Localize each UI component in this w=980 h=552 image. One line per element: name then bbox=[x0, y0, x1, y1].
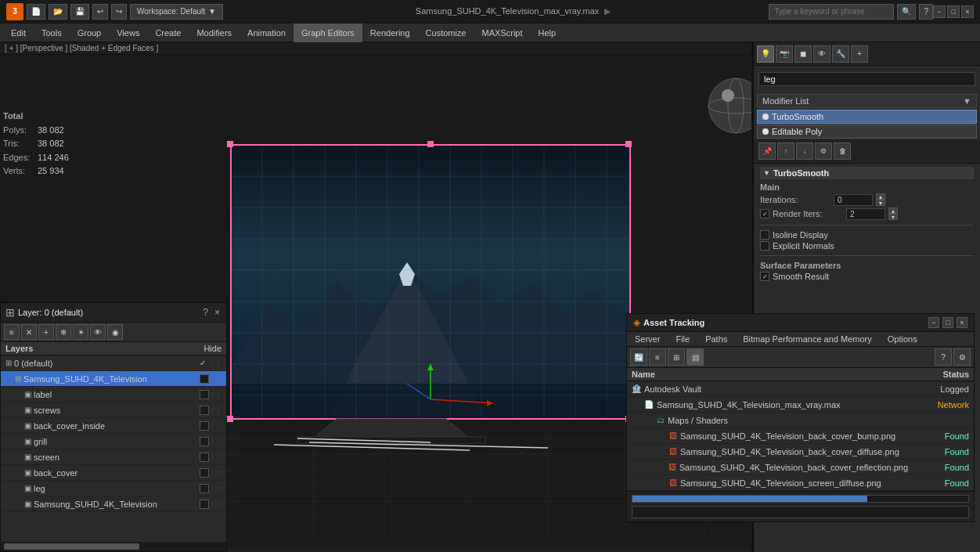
menu-views[interactable]: Views bbox=[109, 23, 147, 42]
iterations-spinner[interactable]: ▲ ▼ bbox=[876, 193, 885, 206]
layer-checkbox-grill[interactable] bbox=[200, 437, 209, 446]
modifier-editable-poly[interactable]: Editable Poly bbox=[757, 124, 977, 139]
layer-item[interactable]: ⊞ 0 (default) ✓ ⋮⋮ bbox=[1, 355, 226, 371]
menu-group[interactable]: Group bbox=[70, 23, 110, 42]
rp-icon-display[interactable]: 👁 bbox=[813, 45, 830, 63]
rp-icon-object[interactable]: ◼ bbox=[794, 45, 812, 63]
menu-maxscript[interactable]: MAXScript bbox=[474, 23, 531, 42]
explicit-checkbox[interactable] bbox=[760, 241, 769, 251]
menu-graph-editors[interactable]: Graph Editors bbox=[294, 23, 362, 42]
menu-help[interactable]: Help bbox=[531, 23, 564, 42]
rp-icon-light[interactable]: 💡 bbox=[757, 45, 774, 63]
layer-item-back-cover-inside[interactable]: ▣ back_cover_inside ⋮⋮ bbox=[1, 418, 226, 434]
asset-menu-server[interactable]: Server bbox=[627, 332, 668, 346]
tb-btn-new[interactable]: 📄 bbox=[27, 4, 45, 20]
iterations-input[interactable] bbox=[834, 194, 873, 206]
layer-checkbox-label[interactable] bbox=[200, 390, 209, 399]
object-name-field[interactable] bbox=[758, 72, 975, 86]
menu-animation[interactable]: Animation bbox=[240, 23, 294, 42]
layer-item-screws[interactable]: ▣ screws ⋮⋮ bbox=[1, 402, 226, 418]
render-iters-spinner[interactable]: ▲ ▼ bbox=[888, 207, 898, 220]
tb-btn-undo[interactable]: ↩ bbox=[92, 4, 108, 20]
at-btn-refresh[interactable]: 🔄 bbox=[630, 348, 647, 366]
layer-checkbox-screws[interactable] bbox=[200, 406, 209, 415]
layer-checkbox-screen[interactable] bbox=[200, 453, 209, 462]
lt-btn-delete[interactable]: ✕ bbox=[21, 324, 37, 340]
asset-item-diffuse[interactable]: 🖼 Samsung_SUHD_4K_Television_back_cover_… bbox=[627, 444, 974, 460]
render-iters-input[interactable] bbox=[846, 208, 885, 220]
smooth-checkbox[interactable]: ✓ bbox=[760, 272, 769, 281]
layer-item-grill[interactable]: ▣ grill ⋮⋮ bbox=[1, 434, 226, 449]
ts-collapse-btn[interactable]: ▼ TurboSmooth bbox=[760, 167, 974, 179]
search-input[interactable] bbox=[769, 4, 894, 20]
render-iters-checkbox[interactable]: ✓ bbox=[760, 209, 769, 218]
layer-checkbox[interactable] bbox=[200, 374, 209, 384]
pin-button[interactable]: 📌 bbox=[758, 143, 776, 160]
move-down-button[interactable]: ↓ bbox=[796, 143, 813, 160]
menu-modifiers[interactable]: Modifiers bbox=[189, 23, 240, 42]
layer-item-label[interactable]: ▣ label ⋮⋮ bbox=[1, 387, 226, 402]
layer-checkbox-leg[interactable] bbox=[200, 484, 209, 493]
layer-checkbox-samsung-child[interactable] bbox=[200, 500, 209, 509]
tb-btn-save[interactable]: 💾 bbox=[70, 4, 89, 20]
menu-create[interactable]: Create bbox=[147, 23, 189, 42]
spin-up[interactable]: ▲ bbox=[876, 193, 885, 200]
isoline-checkbox[interactable] bbox=[760, 230, 769, 240]
at-help-btn[interactable]: ? bbox=[935, 348, 952, 366]
lt-btn-hide[interactable]: 👁 bbox=[90, 324, 106, 340]
spin-down2[interactable]: ▼ bbox=[888, 214, 898, 220]
menu-tools[interactable]: Tools bbox=[34, 23, 70, 42]
menu-rendering[interactable]: Rendering bbox=[362, 23, 418, 42]
lt-btn-list[interactable]: ≡ bbox=[4, 324, 20, 340]
tb-btn-open[interactable]: 📂 bbox=[49, 4, 67, 20]
asset-menu-paths[interactable]: Paths bbox=[697, 332, 735, 346]
lt-btn-add[interactable]: + bbox=[38, 324, 54, 340]
lt-btn-freeze[interactable]: ❄ bbox=[56, 324, 71, 340]
layer-help-btn[interactable]: ? bbox=[201, 307, 210, 318]
at-btn-list[interactable]: ≡ bbox=[649, 348, 666, 366]
search-button[interactable]: 🔍 bbox=[897, 4, 916, 20]
layer-item-leg[interactable]: ▣ leg ⋮⋮ bbox=[1, 481, 226, 496]
asset-item-maps[interactable]: 🗂 Maps / Shaders bbox=[627, 413, 974, 428]
workspace-selector[interactable]: Workspace: Default ▼ bbox=[130, 4, 223, 20]
lt-btn-unhide[interactable]: ◉ bbox=[107, 324, 123, 340]
asset-menu-bitmap[interactable]: Bitmap Performance and Memory bbox=[735, 332, 879, 346]
menu-edit[interactable]: Edit bbox=[3, 23, 34, 42]
asset-maximize-btn[interactable]: □ bbox=[942, 317, 953, 328]
help-icons[interactable]: ? bbox=[919, 4, 933, 20]
maximize-button[interactable]: □ bbox=[947, 5, 960, 18]
spin-up2[interactable]: ▲ bbox=[888, 207, 898, 214]
layer-close-btn[interactable]: × bbox=[213, 307, 222, 318]
configure-button[interactable]: ⚙ bbox=[815, 143, 832, 160]
modifier-list-header[interactable]: Modifier List ▼ bbox=[757, 94, 977, 108]
at-btn-detail[interactable]: ▤ bbox=[686, 348, 704, 366]
rp-icon-camera[interactable]: 📷 bbox=[776, 45, 793, 63]
layer-item-screen[interactable]: ▣ screen ⋮⋮ bbox=[1, 449, 226, 465]
spin-down[interactable]: ▼ bbox=[876, 200, 885, 206]
layer-item-back-cover[interactable]: ▣ back_cover ⋮⋮ bbox=[1, 465, 226, 481]
at-settings-btn[interactable]: ⚙ bbox=[953, 348, 971, 366]
asset-menu-file[interactable]: File bbox=[668, 332, 697, 346]
layer-item-samsung-child[interactable]: ▣ Samsung_SUHD_4K_Television ⋮⋮ bbox=[1, 496, 226, 512]
asset-close-btn[interactable]: × bbox=[957, 317, 967, 328]
menu-customize[interactable]: Customize bbox=[418, 23, 474, 42]
asset-item-screen-diffuse[interactable]: 🖼 Samsung_SUHD_4K_Television_screen_diff… bbox=[627, 475, 974, 491]
asset-minimize-btn[interactable]: − bbox=[928, 317, 939, 328]
asset-item-vault[interactable]: 🏦 Autodesk Vault Logged bbox=[627, 381, 974, 397]
asset-item-reflection[interactable]: 🖼 Samsung_SUHD_4K_Television_back_cover_… bbox=[627, 460, 974, 475]
asset-item-file[interactable]: 📄 Samsung_SUHD_4K_Television_max_vray.ma… bbox=[627, 397, 974, 413]
layer-scroll-thumb[interactable] bbox=[4, 543, 139, 550]
rp-icon-utility[interactable]: 🔧 bbox=[832, 45, 849, 63]
delete-button[interactable]: 🗑 bbox=[834, 143, 851, 160]
layer-checkbox-bci[interactable] bbox=[200, 421, 209, 431]
lt-btn-unfreeze[interactable]: ☀ bbox=[73, 324, 88, 340]
minimize-button[interactable]: − bbox=[933, 5, 946, 18]
asset-menu-options[interactable]: Options bbox=[880, 332, 925, 346]
modifier-turbosmooth[interactable]: TurboSmooth bbox=[757, 110, 977, 124]
layer-checkbox-bc[interactable] bbox=[200, 468, 209, 478]
at-btn-grid[interactable]: ⊞ bbox=[668, 348, 685, 366]
tb-btn-redo[interactable]: ↪ bbox=[111, 4, 127, 20]
layer-scrollbar[interactable] bbox=[1, 542, 226, 551]
rp-icon-extra[interactable]: + bbox=[851, 45, 868, 63]
layer-item-samsung[interactable]: ⊞ Samsung_SUHD_4K_Television ⋮⋮ bbox=[1, 371, 226, 387]
